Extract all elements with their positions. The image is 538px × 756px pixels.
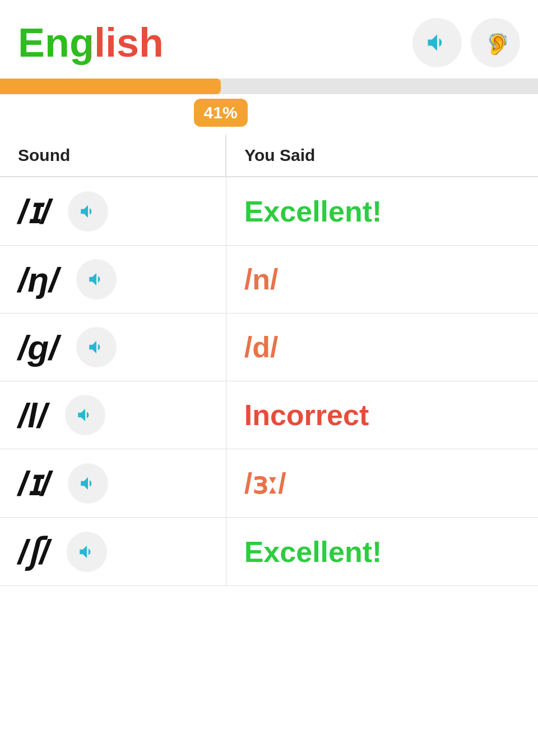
- play-icon-1: [87, 270, 106, 289]
- phoneme-0: /ɪ/: [18, 191, 50, 232]
- phoneme-3: /l/: [18, 395, 47, 435]
- table-row: /ŋ//n/: [0, 246, 538, 314]
- sound-cell-1: /ŋ/: [0, 246, 226, 314]
- listen-button[interactable]: 🦻: [471, 18, 520, 67]
- play-button-5[interactable]: [67, 532, 107, 572]
- progress-container: 41%: [0, 79, 538, 130]
- play-icon-5: [77, 542, 96, 561]
- table-row: /l/Incorrect: [0, 381, 538, 449]
- sound-cell-0: /ɪ/: [0, 177, 226, 246]
- result-cell-0: Excellent!: [226, 177, 538, 246]
- header-buttons: 🦻: [412, 18, 520, 67]
- sound-cell-inner-5: /ʃ/: [18, 531, 208, 572]
- play-icon-2: [87, 338, 106, 357]
- sound-cell-2: /g/: [0, 314, 226, 381]
- col-you-said: You Said: [226, 135, 538, 177]
- table-row: /ɪ//ɜː/: [0, 449, 538, 518]
- phoneme-1: /ŋ/: [18, 260, 58, 299]
- table-row: /ɪ/Excellent!: [0, 177, 538, 246]
- app-title: English: [18, 20, 164, 66]
- svg-text:🦻: 🦻: [485, 32, 508, 55]
- ear-icon: 🦻: [483, 30, 508, 55]
- result-text-1: /n/: [244, 263, 279, 296]
- sound-cell-inner-0: /ɪ/: [18, 191, 208, 232]
- result-text-5: Excellent!: [244, 536, 382, 568]
- sound-cell-3: /l/: [0, 381, 226, 449]
- sound-cell-4: /ɪ/: [0, 449, 226, 518]
- phoneme-2: /g/: [18, 328, 58, 367]
- result-text-3: Incorrect: [244, 399, 369, 431]
- play-icon-0: [78, 202, 98, 221]
- progress-track: [0, 79, 538, 94]
- play-icon-3: [76, 405, 95, 425]
- result-text-2: /d/: [244, 331, 279, 363]
- result-text-4: /ɜː/: [244, 467, 286, 500]
- sound-cell-inner-3: /l/: [18, 395, 208, 435]
- sound-cell-inner-4: /ɪ/: [18, 463, 208, 504]
- app-header: English 🦻: [0, 0, 538, 79]
- phoneme-4: /ɪ/: [18, 463, 50, 504]
- progress-fill: [0, 79, 221, 94]
- result-cell-3: Incorrect: [226, 381, 538, 449]
- result-text-0: Excellent!: [244, 195, 382, 228]
- sound-cell-inner-2: /g/: [18, 327, 208, 367]
- play-button-2[interactable]: [76, 327, 117, 367]
- sound-button[interactable]: [412, 18, 462, 67]
- play-button-4[interactable]: [68, 463, 108, 504]
- phoneme-5: /ʃ/: [18, 531, 49, 572]
- table-row: /ʃ/Excellent!: [0, 518, 538, 586]
- col-sound: Sound: [0, 135, 226, 177]
- results-table: Sound You Said /ɪ/Excellent!/ŋ//n//g//d/…: [0, 135, 538, 586]
- play-button-3[interactable]: [65, 395, 105, 435]
- progress-badge: 41%: [194, 99, 248, 127]
- play-button-0[interactable]: [68, 191, 108, 232]
- result-cell-2: /d/: [226, 314, 538, 381]
- result-cell-1: /n/: [226, 246, 538, 314]
- progress-label-wrap: 41%: [0, 94, 538, 126]
- table-row: /g//d/: [0, 314, 538, 381]
- result-cell-5: Excellent!: [226, 518, 538, 586]
- play-icon-4: [78, 474, 98, 493]
- sound-cell-inner-1: /ŋ/: [18, 259, 208, 299]
- speaker-icon: [425, 30, 449, 55]
- sound-cell-5: /ʃ/: [0, 518, 226, 586]
- play-button-1[interactable]: [76, 259, 117, 299]
- result-cell-4: /ɜː/: [226, 449, 538, 518]
